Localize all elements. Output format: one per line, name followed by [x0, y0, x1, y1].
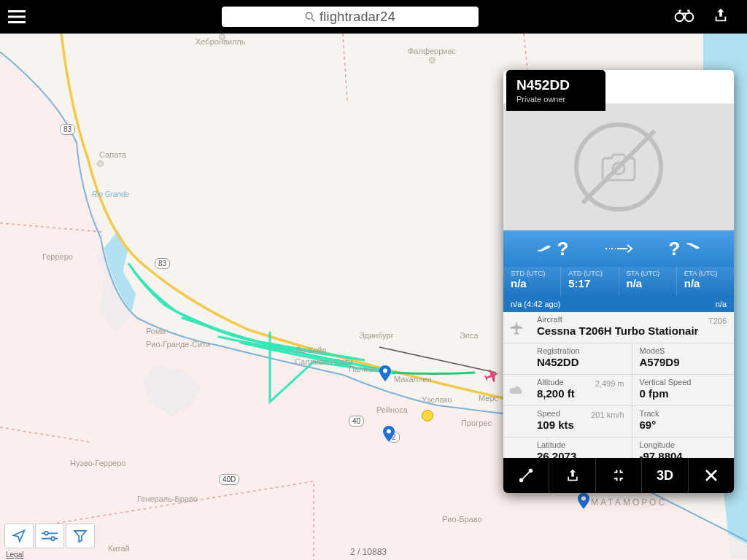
std-value: n/a	[511, 278, 553, 289]
city-falfurrias: Фалферриас	[408, 47, 456, 55]
route-button[interactable]	[503, 458, 549, 493]
lon-value: -97.8804	[640, 451, 727, 458]
city-lajoya: Ла-Хойя	[295, 346, 326, 354]
city-generalbravo: Генераль-Браво	[137, 494, 198, 503]
route-origin: ?	[557, 238, 569, 260]
eta-value: n/a	[684, 278, 727, 289]
map-pin-blue-2[interactable]	[383, 426, 395, 442]
binoculars-icon[interactable]	[674, 7, 694, 26]
lon-label: Longitude	[640, 441, 727, 449]
city-zapata: Сапата	[99, 150, 126, 159]
shield-40d: 40D	[219, 474, 239, 485]
track-value: 69°	[640, 419, 727, 432]
progress-right: n/a	[716, 300, 727, 308]
details-section: Aircraft T206 Cessna T206H Turbo Station…	[503, 312, 734, 458]
search-wrap: flightradar24	[34, 7, 667, 27]
cloud-icon	[503, 375, 530, 405]
aircraft-photo-placeholder	[503, 104, 734, 230]
menu-button[interactable]	[0, 0, 34, 34]
no-photo-icon	[574, 122, 663, 211]
panel-owner: Private owner	[516, 95, 595, 104]
atd-value: 5:17	[568, 278, 611, 289]
svg-point-3	[383, 369, 387, 373]
collapse-button[interactable]	[596, 458, 642, 493]
sta-value: n/a	[627, 278, 669, 289]
lat-value: 26.2073	[537, 451, 624, 458]
tool-navigate[interactable]	[4, 524, 34, 548]
tool-filter[interactable]	[66, 524, 95, 548]
city-riograndecity: Рио-Гранде-Сити	[146, 340, 210, 349]
search-input[interactable]: flightradar24	[222, 7, 479, 27]
eta-label: ETA (UTC)	[684, 269, 727, 277]
progress-bar: n/a (4:42 ago) n/a	[503, 296, 734, 312]
shield-83a: 83	[60, 124, 75, 135]
city-matamoros: МАТАМОРОС	[591, 497, 667, 508]
city-roma: Рома	[146, 327, 166, 335]
map-marker-yellow[interactable]	[422, 410, 433, 421]
times-row: STD (UTC)n/a ATD (UTC)5:17 STA (UTC)n/a …	[503, 267, 734, 296]
city-progreso: Прогрес	[461, 419, 492, 427]
track-label: Track	[640, 410, 727, 418]
vspeed-value: 0 fpm	[640, 388, 727, 400]
modes-value: A579D9	[640, 357, 727, 369]
plane-landing-icon	[686, 242, 700, 255]
altitude-aside: 2,499 m	[595, 379, 624, 388]
registration-value: N452DD	[537, 357, 624, 369]
city-edinburg: Эдинбург	[359, 331, 394, 340]
city-reynosa: Рейноса	[376, 405, 408, 414]
city-sullivancity: Салливен-Сити	[295, 357, 353, 366]
aircraft-label: Aircraft	[537, 316, 727, 324]
route-arrow-icon	[602, 244, 635, 254]
flight-detail-panel: N452DD Private owner ? ? STD (UTC)n/a AT…	[503, 70, 734, 493]
plane-takeoff-icon	[537, 242, 551, 255]
shield-83b: 83	[155, 258, 170, 269]
svg-point-6	[44, 532, 48, 535]
map-tools	[4, 524, 95, 548]
route-destination: ?	[669, 238, 681, 260]
route-bar: ? ?	[503, 230, 734, 267]
city-riobravo: Рио-Браво	[442, 515, 482, 524]
vspeed-label: Vertical Speed	[640, 378, 727, 386]
city-elsa: Элса	[460, 331, 479, 340]
aircraft-value: Cessna T206H Turbo Stationair	[537, 325, 727, 338]
close-button[interactable]	[689, 458, 734, 493]
city-mercedes: Мерс	[479, 394, 498, 402]
share-button[interactable]	[549, 458, 595, 493]
atd-label: ATD (UTC)	[568, 269, 611, 277]
search-placeholder: flightradar24	[320, 9, 395, 25]
city-guerrero: Герреро	[42, 252, 73, 261]
altitude-value: 8,200 ft	[537, 388, 624, 400]
aircraft-icon	[503, 312, 530, 343]
city-mcallen: Макаллен	[394, 375, 432, 384]
speed-value: 109 kts	[537, 419, 624, 432]
std-label: STD (UTC)	[511, 269, 553, 277]
lat-label: Latitude	[537, 441, 624, 449]
svg-point-4	[387, 429, 391, 434]
river-label: Rio Grande	[92, 190, 129, 198]
speed-aside: 201 km/h	[591, 411, 624, 419]
legal-link[interactable]: Legal	[6, 551, 23, 559]
city-nuevoguerrero: Нуэво-Герреро	[70, 459, 125, 467]
panel-callsign: N452DD	[516, 77, 595, 93]
shield-40: 40	[349, 416, 364, 427]
aircraft-type: T206	[708, 316, 727, 325]
tool-settings[interactable]	[35, 524, 64, 548]
city-palmview: Палмвью	[349, 365, 384, 373]
panel-header: N452DD Private owner	[506, 70, 605, 111]
svg-point-7	[51, 537, 55, 540]
map-pin-blue-3[interactable]	[578, 493, 589, 509]
city-weslaco: Уэслако	[422, 395, 452, 404]
map-pin-blue-1[interactable]	[379, 365, 391, 381]
share-icon[interactable]	[711, 7, 731, 26]
svg-point-5	[581, 497, 586, 501]
panel-actions: 3D	[503, 458, 734, 493]
registration-label: Registration	[537, 347, 624, 355]
progress-left: n/a (4:42 ago)	[511, 300, 561, 308]
sta-label: STA (UTC)	[627, 269, 669, 277]
three-d-button[interactable]: 3D	[642, 458, 688, 493]
city-china: Китай	[108, 544, 130, 553]
modes-label: ModeS	[640, 347, 727, 355]
svg-point-8	[613, 163, 624, 174]
svg-point-0	[306, 12, 312, 19]
app-header: flightradar24	[0, 0, 747, 34]
